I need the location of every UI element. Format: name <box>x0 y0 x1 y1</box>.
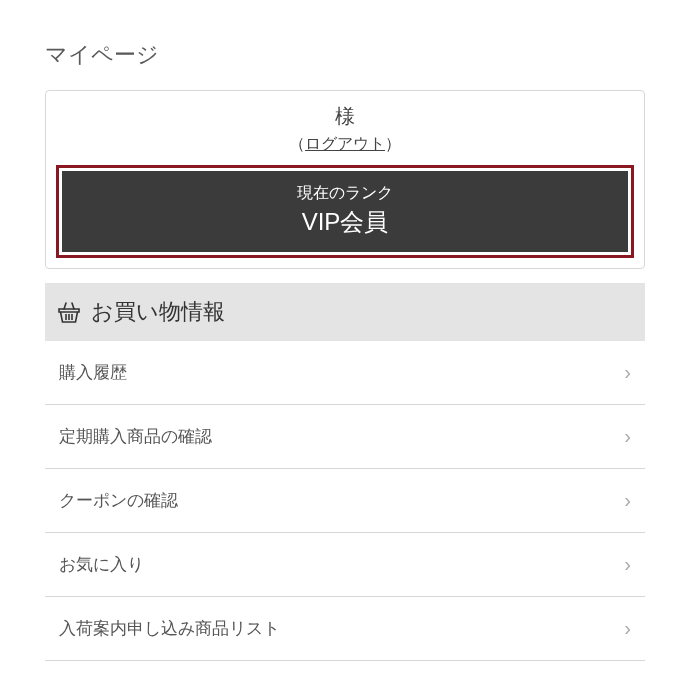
rank-label: 現在のランク <box>62 183 628 204</box>
chevron-right-icon: › <box>624 553 631 576</box>
menu-item-coupon-check[interactable]: クーポンの確認 › <box>45 469 645 533</box>
logout-link[interactable]: ログアウト <box>305 135 385 152</box>
menu-list: 購入履歴 › 定期購入商品の確認 › クーポンの確認 › お気に入り › 入荷案… <box>45 341 645 661</box>
chevron-right-icon: › <box>624 425 631 448</box>
menu-item-subscription-check[interactable]: 定期購入商品の確認 › <box>45 405 645 469</box>
menu-item-stock-notice-list[interactable]: 入荷案内申し込み商品リスト › <box>45 597 645 661</box>
rank-box: 現在のランク VIP会員 <box>62 171 628 252</box>
chevron-right-icon: › <box>624 361 631 384</box>
chevron-right-icon: › <box>624 489 631 512</box>
basket-icon <box>57 301 81 323</box>
menu-item-label: お気に入り <box>59 553 144 576</box>
menu-item-purchase-history[interactable]: 購入履歴 › <box>45 341 645 405</box>
shopping-info-header: お買い物情報 <box>45 283 645 341</box>
menu-item-label: 定期購入商品の確認 <box>59 425 212 448</box>
menu-item-label: クーポンの確認 <box>59 489 178 512</box>
chevron-right-icon: › <box>624 617 631 640</box>
user-name-suffix: 様 <box>56 103 634 130</box>
shopping-info-title: お買い物情報 <box>91 297 225 327</box>
page-title: マイページ <box>45 40 645 70</box>
user-card: 様 （ログアウト） 現在のランク VIP会員 <box>45 90 645 269</box>
logout-line: （ログアウト） <box>56 134 634 155</box>
logout-paren-open: （ <box>289 135 305 152</box>
rank-box-highlight: 現在のランク VIP会員 <box>56 165 634 258</box>
menu-item-favorites[interactable]: お気に入り › <box>45 533 645 597</box>
menu-item-label: 購入履歴 <box>59 361 127 384</box>
rank-value: VIP会員 <box>62 206 628 238</box>
menu-item-label: 入荷案内申し込み商品リスト <box>59 617 280 640</box>
logout-paren-close: ） <box>385 135 401 152</box>
